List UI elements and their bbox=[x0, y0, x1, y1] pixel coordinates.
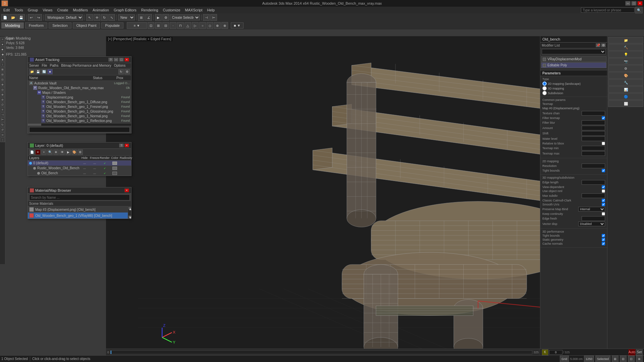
sidebar-icon-2[interactable]: ● bbox=[0, 42, 5, 47]
layer-item-old-bench[interactable]: Old_Bench — — ✓ bbox=[28, 171, 131, 176]
mod-item-epoly[interactable]: Editable Poly bbox=[541, 62, 606, 68]
main-viewport[interactable]: [+] [Perspective] [Realistic + Edged Fac… bbox=[106, 36, 607, 352]
layer-tool-create[interactable]: 📄 bbox=[29, 149, 35, 155]
radio-subdiv[interactable]: Subdivision bbox=[542, 91, 605, 95]
edge-fresh-input[interactable]: 0.01 bbox=[582, 216, 605, 221]
modifier-dropdown[interactable] bbox=[542, 49, 606, 54]
asset-help-btn[interactable]: ? bbox=[108, 58, 113, 62]
mat-scroll-up[interactable]: ▲ bbox=[128, 207, 131, 209]
layer-tool-select[interactable]: 🔍 bbox=[47, 149, 53, 155]
layer-tool-delete[interactable]: ✕ bbox=[35, 149, 41, 155]
water-level-input[interactable]: 0 bbox=[582, 136, 605, 141]
undo-button[interactable]: ↩ bbox=[28, 14, 35, 21]
mat-search-input[interactable] bbox=[29, 194, 130, 200]
open-file-button[interactable]: 📂 bbox=[9, 14, 17, 21]
sidebar-icon-11[interactable]: ◎ bbox=[0, 87, 5, 92]
right-btn-9[interactable]: 🔵 bbox=[608, 93, 643, 100]
keep-cont-checkbox[interactable] bbox=[602, 212, 605, 216]
asset-menu-file[interactable]: File bbox=[42, 64, 47, 67]
modeling-btn1[interactable]: ≡ ▼ bbox=[127, 22, 147, 29]
right-btn-3[interactable]: 💡 bbox=[608, 51, 643, 58]
asset-item-max-file[interactable]: F Rustic_Wooden_Old_Bench_max_vray.max O… bbox=[28, 85, 131, 90]
asset-item-fresnel[interactable]: T Old_Wooden_Bench_geo_1_Fresnel.png Fou… bbox=[28, 104, 131, 109]
edge-length-input[interactable]: 4.0 bbox=[582, 180, 605, 185]
right-btn-7[interactable]: 🔧 bbox=[608, 79, 643, 86]
sidebar-icon-21[interactable]: ⋮ bbox=[0, 137, 5, 142]
menu-help[interactable]: Help bbox=[205, 7, 217, 13]
asset-search-input[interactable] bbox=[29, 127, 130, 132]
layer-tool-add[interactable]: + bbox=[41, 149, 47, 155]
asset-item-autodesk-vault[interactable]: A Autodesk Vault Logged O... bbox=[28, 81, 131, 85]
mat-close-btn[interactable]: ✕ bbox=[124, 188, 129, 192]
asset-close-btn[interactable]: ✕ bbox=[124, 58, 129, 62]
layer-tool-color[interactable]: 🎨 bbox=[71, 149, 77, 155]
filter-blur-input[interactable]: 0.001 bbox=[582, 120, 605, 125]
layer-tool-freeze[interactable]: ❄ bbox=[53, 149, 59, 155]
modeling-btn10[interactable]: ◇ bbox=[207, 22, 213, 29]
asset-minimize-btn[interactable]: ─ bbox=[114, 58, 118, 62]
mod-checkbox-epoly[interactable] bbox=[543, 64, 546, 67]
tab-modeling[interactable]: Modeling bbox=[1, 22, 24, 28]
sidebar-icon-3[interactable]: ■ bbox=[0, 47, 5, 52]
right-btn-6[interactable]: 🎨 bbox=[608, 72, 643, 79]
radio-3d[interactable]: 3D mapping bbox=[542, 86, 605, 90]
snap-button[interactable]: ⊞ bbox=[138, 14, 145, 21]
select-button[interactable]: ↖ bbox=[86, 14, 93, 21]
new-file-button[interactable]: 📄 bbox=[1, 14, 9, 21]
right-btn-1[interactable]: 📁 bbox=[608, 37, 643, 44]
search-input[interactable] bbox=[581, 7, 635, 13]
asset-item-diffuse[interactable]: T Old_Wooden_Bench_geo_1_Diffuse.png Fou… bbox=[28, 100, 131, 104]
tab-selection[interactable]: Selection bbox=[49, 22, 71, 28]
bottom-btn-4[interactable]: ⊕ bbox=[636, 356, 643, 362]
menu-tools[interactable]: Tools bbox=[12, 7, 25, 13]
grid-btn[interactable]: Grid bbox=[560, 356, 569, 362]
select-filter-dropdown[interactable]: Create Selection bbox=[170, 14, 200, 20]
modeling-btn3[interactable]: ⊞ bbox=[155, 22, 162, 29]
menu-modifiers[interactable]: Modifiers bbox=[71, 7, 90, 13]
view-dep-checkbox[interactable] bbox=[602, 185, 605, 189]
modeling-btn2[interactable]: ⊡ bbox=[148, 22, 154, 29]
asset-maximize-btn[interactable]: □ bbox=[119, 58, 124, 62]
sidebar-icon-14[interactable]: ∅ bbox=[0, 102, 5, 107]
asset-item-glossiness[interactable]: T Old_Wooden_Bench_geo_1_Glossiness.png … bbox=[28, 109, 131, 114]
menu-rendering[interactable]: Rendering bbox=[139, 7, 160, 13]
workspace-dropdown[interactable]: Workspace: Default bbox=[45, 14, 83, 20]
right-btn-4[interactable]: 📷 bbox=[608, 58, 643, 65]
use-obj-nml-checkbox[interactable] bbox=[602, 189, 605, 193]
mat-scrollbar[interactable]: ▲ ▼ bbox=[128, 206, 131, 219]
asset-menu-bitmap[interactable]: Bitmap Performance and Memory bbox=[61, 64, 111, 67]
sidebar-icon-4[interactable]: ◆ bbox=[0, 52, 5, 57]
layer-old-color-cell[interactable] bbox=[110, 172, 120, 175]
menu-maxscript[interactable]: MAXScript bbox=[183, 7, 205, 13]
asset-tool-refresh[interactable]: ↻ bbox=[118, 69, 124, 74]
layer-tool-render[interactable]: ▶ bbox=[65, 149, 71, 155]
sidebar-icon-17[interactable]: ⊢ bbox=[0, 117, 5, 122]
sidebar-icon-8[interactable]: ⊟ bbox=[0, 72, 5, 77]
timeline[interactable]: 0 325 bbox=[106, 349, 540, 355]
tab-freeform[interactable]: Freeform bbox=[25, 22, 48, 28]
amount-input[interactable]: 1.0cm bbox=[582, 126, 605, 130]
asset-item-normal[interactable]: T Old_Wooden_Bench_geo_1_Normal.png Foun… bbox=[28, 114, 131, 118]
sidebar-icon-18[interactable]: ↻ bbox=[0, 122, 5, 127]
asset-item-reflection[interactable]: T Old_Wooden_Bench_geo_1_Reflection.png … bbox=[28, 118, 131, 123]
menu-edit[interactable]: Edit bbox=[1, 7, 12, 13]
app-icon[interactable]: 3 bbox=[1, 0, 8, 6]
layer-0-color-swatch[interactable] bbox=[112, 162, 117, 165]
modeling-btn7[interactable]: △ bbox=[184, 22, 191, 29]
right-btn-2[interactable]: 🔨 bbox=[608, 44, 643, 51]
filter-texmap-checkbox[interactable] bbox=[602, 116, 605, 120]
angle-snap-button[interactable]: ∠ bbox=[145, 14, 152, 21]
asset-tool-2[interactable]: 💾 bbox=[35, 69, 41, 74]
asset-menu-paths[interactable]: Paths bbox=[50, 64, 59, 67]
align-button[interactable]: ⊢ bbox=[210, 14, 217, 21]
viewport-breadcrumb[interactable]: [+] [Perspective] [Realistic + Edged Fac… bbox=[107, 37, 172, 41]
tight-bounds2-checkbox[interactable] bbox=[602, 234, 605, 237]
frame-number-input[interactable] bbox=[549, 350, 562, 355]
asset-menu-server[interactable]: Server bbox=[29, 64, 39, 67]
modeling-btn12[interactable]: ⊗ bbox=[221, 22, 228, 29]
classic-checkbox[interactable] bbox=[602, 199, 605, 202]
asset-tool-3[interactable]: 🔄 bbox=[41, 69, 47, 74]
layer-item-0-default[interactable]: 0 (default) — — ✓ bbox=[28, 161, 131, 166]
preserve-map-dropdown[interactable]: Internal bbox=[578, 207, 605, 212]
sidebar-icon-1[interactable]: + bbox=[0, 37, 5, 42]
